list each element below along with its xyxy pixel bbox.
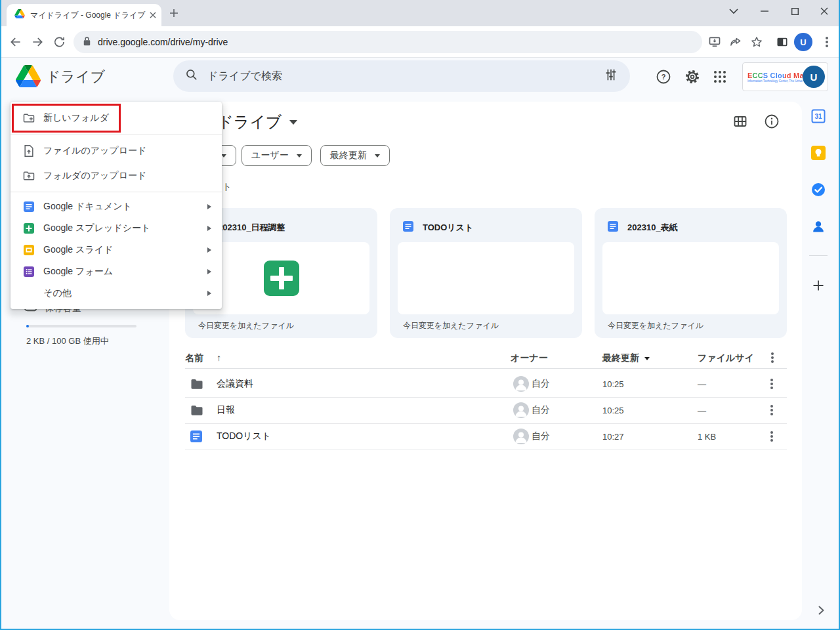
menu-item-more[interactable]: その他 (10, 282, 222, 304)
menu-item-google-docs[interactable]: Google ドキュメント (10, 196, 222, 217)
card-footer: 今日変更を加えたファイル (403, 320, 499, 331)
menu-item-google-slides[interactable]: Google スライド (10, 239, 222, 261)
suggested-card[interactable]: 202310_表紙 今日変更を加えたファイル (595, 208, 787, 338)
sheets-thumbnail-icon (264, 261, 299, 296)
chevron-down-icon (297, 154, 302, 158)
tab-close-icon[interactable] (150, 12, 156, 18)
grid-view-icon[interactable] (732, 114, 748, 129)
sheets-icon (22, 222, 35, 235)
eccs-logo: ECCS Cloud Mail Information Technology C… (747, 72, 803, 83)
file-upload-icon (22, 144, 35, 158)
sort-descending-icon (644, 357, 650, 360)
column-header-size[interactable]: ファイルサイ (698, 352, 754, 364)
row-menu-icon[interactable] (770, 397, 773, 423)
folder-upload-icon (22, 169, 35, 182)
menu-item-new-folder[interactable]: 新しいフォルダ (10, 105, 222, 131)
reload-icon[interactable] (51, 34, 67, 50)
contacts-icon[interactable] (811, 219, 826, 234)
column-options-icon[interactable] (766, 352, 778, 364)
search-icon (185, 68, 198, 84)
owner-avatar (513, 397, 529, 423)
sort-ascending-icon[interactable]: ↑ (217, 352, 221, 363)
svg-text:?: ? (662, 73, 666, 81)
forward-icon[interactable] (30, 34, 45, 50)
new-folder-icon (22, 112, 35, 125)
apps-grid-icon[interactable] (712, 69, 728, 85)
submenu-arrow-icon (207, 291, 211, 296)
table-row[interactable]: 日報 自分 10:25 — (185, 397, 787, 424)
calendar-icon[interactable]: 31 (811, 109, 826, 123)
drive-favicon (14, 9, 25, 21)
file-name: 日報 (217, 397, 235, 423)
table-row[interactable]: 会議資料 自分 10:25 — (185, 371, 787, 398)
filter-chip-modified[interactable]: 最終更新 (320, 145, 390, 166)
menu-item-file-upload[interactable]: ファイルのアップロード (10, 138, 222, 163)
drive-search-bar[interactable]: ドライブで検索 (173, 60, 630, 92)
get-addons-plus-icon[interactable] (811, 278, 826, 293)
drive-logo[interactable] (16, 65, 41, 90)
back-icon[interactable] (8, 34, 24, 50)
address-bar[interactable]: drive.google.com/drive/my-drive (74, 31, 702, 53)
tab-search-icon[interactable] (724, 3, 744, 20)
hide-side-panel-chevron-icon[interactable] (816, 605, 826, 616)
chip-label: 最終更新 (330, 150, 367, 161)
row-menu-icon[interactable] (770, 423, 773, 450)
menu-item-label: Google フォーム (43, 266, 113, 278)
info-icon[interactable] (764, 114, 780, 129)
menu-item-google-sheets[interactable]: Google スプレッドシート (10, 217, 222, 239)
new-tab-button[interactable] (169, 9, 178, 18)
owner-name: 自分 (532, 423, 550, 450)
chevron-down-icon (375, 154, 380, 158)
tasks-icon[interactable] (811, 182, 826, 197)
browser-titlebar: マイドライブ - Google ドライブ (0, 0, 840, 26)
browser-menu-icon[interactable] (819, 34, 835, 50)
keep-icon[interactable] (811, 146, 826, 160)
submenu-arrow-icon (207, 247, 211, 253)
file-name: 会議資料 (217, 371, 253, 397)
drive-account-avatar[interactable]: U (803, 66, 825, 88)
bookmark-star-icon[interactable] (749, 34, 765, 50)
share-icon[interactable] (728, 34, 744, 50)
card-preview (602, 242, 779, 314)
table-header-divider (185, 368, 787, 369)
column-header-modified[interactable]: 最終更新 (602, 352, 650, 364)
chevron-down-icon (221, 154, 226, 158)
column-header-owner[interactable]: オーナー (511, 352, 548, 364)
menu-item-google-forms[interactable]: Google フォーム (10, 261, 222, 282)
account-badge[interactable]: ECCS Cloud Mail Information Technology C… (742, 62, 828, 91)
modified-time: 10:25 (602, 397, 624, 423)
close-button[interactable] (814, 3, 834, 20)
menu-item-folder-upload[interactable]: フォルダのアップロード (10, 163, 222, 188)
card-title: 202310_日程調整 (218, 222, 285, 234)
card-title: TODOリスト (423, 222, 473, 234)
docs-icon (190, 423, 202, 450)
menu-item-label: フォルダのアップロード (43, 170, 146, 182)
chevron-down-icon (289, 120, 297, 125)
row-menu-icon[interactable] (770, 371, 773, 397)
menu-item-label: Google スライド (43, 244, 113, 256)
browser-profile-avatar[interactable]: U (794, 33, 812, 51)
tab-title: マイドライブ - Google ドライブ (30, 10, 150, 21)
settings-gear-icon[interactable] (684, 69, 700, 85)
column-header-name[interactable]: 名前 (185, 352, 203, 364)
install-app-icon[interactable] (707, 34, 723, 50)
side-panel-icon[interactable] (774, 34, 790, 50)
table-row[interactable]: TODOリスト 自分 10:27 1 KB (185, 423, 787, 450)
forms-icon (22, 265, 35, 278)
filter-chip-people[interactable]: ユーザー (242, 145, 312, 166)
docs-icon (608, 221, 618, 234)
menu-divider (10, 135, 222, 135)
submenu-arrow-icon (207, 226, 211, 231)
help-icon[interactable]: ? (656, 69, 671, 85)
browser-tab[interactable]: マイドライブ - Google ドライブ (7, 4, 161, 26)
new-menu: 新しいフォルダ ファイルのアップロード フォルダのアップロード Google ド… (10, 102, 222, 309)
suggested-card[interactable]: TODOリスト 今日変更を加えたファイル (390, 208, 582, 338)
search-options-icon[interactable] (604, 68, 618, 85)
eccs-title: ECCS Cloud Mail (747, 72, 803, 79)
maximize-button[interactable] (785, 3, 805, 20)
browser-avatar-letter: U (800, 37, 806, 47)
storage-usage-text: 2 KB / 100 GB 使用中 (26, 335, 109, 347)
svg-text:31: 31 (814, 113, 822, 120)
owner-name: 自分 (532, 397, 550, 423)
minimize-button[interactable] (755, 3, 774, 20)
